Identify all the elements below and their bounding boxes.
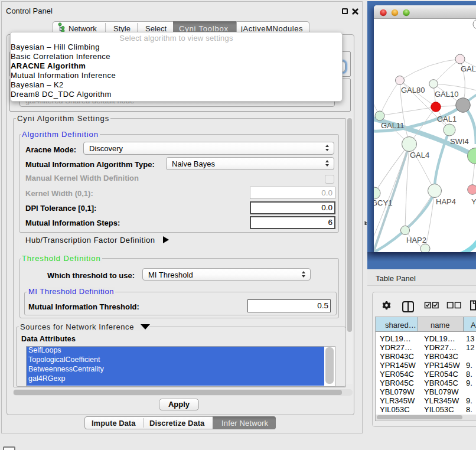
svg-text:GAL1: GAL1 — [437, 115, 457, 123]
svg-text:HAP4: HAP4 — [436, 197, 456, 206]
svg-text:HAP2: HAP2 — [406, 236, 426, 244]
svg-text:SWI4: SWI4 — [450, 137, 469, 146]
svg-text:GAL80: GAL80 — [401, 86, 425, 94]
svg-text:GAL2: GAL2 — [461, 64, 476, 73]
svg-text:GAL11: GAL11 — [381, 121, 405, 130]
svg-text:GAL10: GAL10 — [435, 90, 458, 99]
svg-text:Y: Y — [471, 197, 476, 206]
svg-text:GAL4: GAL4 — [410, 151, 429, 159]
svg-text:GCY1: GCY1 — [374, 198, 392, 207]
